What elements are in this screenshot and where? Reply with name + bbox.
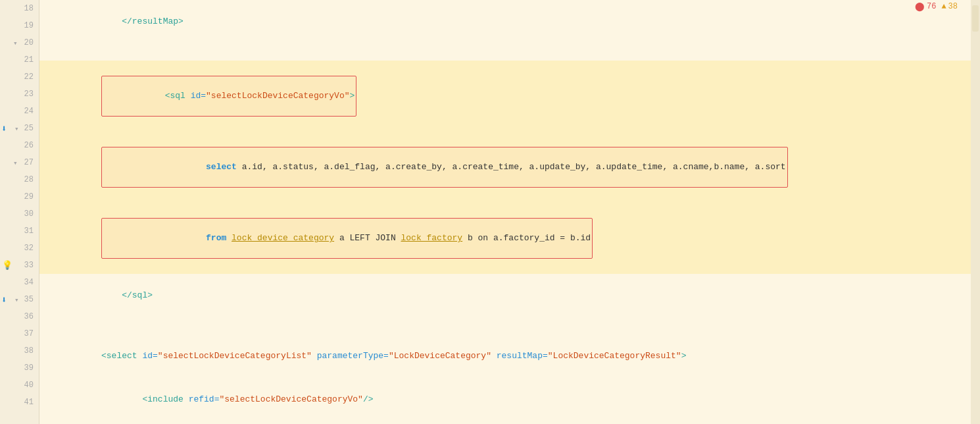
attr-resultmap: resultMap= xyxy=(497,351,548,361)
gutter-row-37: 37 xyxy=(0,325,39,342)
tag-span: </resultMap> xyxy=(101,16,184,26)
line-content-25: <select id="selectLockDeviceCategoryList… xyxy=(39,334,971,378)
line-number: 33 xyxy=(14,261,34,270)
gutter-row-22: 22 xyxy=(0,68,39,86)
sql-table1: lock_device_category xyxy=(232,233,334,243)
warning-count: 38 xyxy=(948,2,958,11)
code-line-27: <where> xyxy=(39,421,971,424)
bulb-icon-33: 💡 xyxy=(2,260,12,271)
fold-icon-27[interactable]: ▾ xyxy=(13,159,18,167)
error-icon: ⬤ xyxy=(915,1,925,12)
gutter-row-25: ⬇ ▾ 25 xyxy=(0,120,39,137)
line-number: 41 xyxy=(14,398,34,407)
tag-include-26: <include xyxy=(101,394,189,404)
tag-sql-close: </sql> xyxy=(101,290,153,300)
gutter-row-38: 38 xyxy=(0,342,39,359)
gutter-row-29: 29 xyxy=(0,188,39,205)
sql-select: select xyxy=(165,162,242,172)
line-content-20: <sql id="selectLockDeviceCategoryVo"> xyxy=(39,61,971,132)
line-number: 28 xyxy=(14,175,34,184)
line-content-27: <where> xyxy=(39,421,971,424)
gutter-row-27: ▾ 27 xyxy=(0,154,39,171)
gutter-row-32: 32 xyxy=(0,240,39,257)
line-content-21: select a.id, a.status, a.del_flag, a.cre… xyxy=(39,132,971,203)
attr-paramtype: parameterType= xyxy=(317,351,389,361)
tag-space xyxy=(312,351,317,361)
attr-id-25: id= xyxy=(142,351,157,361)
sql-from: from xyxy=(165,233,232,243)
gutter-row-39: 39 xyxy=(0,359,39,377)
fold-icon-25[interactable]: ▾ xyxy=(14,124,19,133)
warning-icon: ▲ xyxy=(941,2,946,11)
status-badges: ⬤ 76 ▲ 38 xyxy=(915,0,958,13)
tag-select-open: <select xyxy=(101,351,142,361)
attr-refid-26: refid= xyxy=(189,394,220,404)
attr-val-refid-26: "selectLockDeviceCategoryVo" xyxy=(219,394,362,404)
error-badge: ⬤ 76 xyxy=(915,1,936,12)
line-number: 38 xyxy=(14,346,34,356)
code-line-25: <select id="selectLockDeviceCategoryList… xyxy=(39,334,971,378)
gutter-row-33: 💡 33 xyxy=(0,257,39,274)
line-content-24 xyxy=(39,317,971,334)
code-line-19 xyxy=(39,43,971,61)
line-number: 36 xyxy=(14,312,34,321)
gutter-row-26: 26 xyxy=(0,137,39,154)
code-line-20: <sql id="selectLockDeviceCategoryVo"> xyxy=(39,61,971,132)
gutter-row-21: 21 xyxy=(0,51,39,68)
gutter-row-41: 41 xyxy=(0,394,39,411)
download-icon-25: ⬇ xyxy=(1,123,7,134)
fold-icon[interactable]: ▾ xyxy=(13,39,18,47)
sql-join: a LEFT JOIN xyxy=(334,233,401,243)
line-number: 26 xyxy=(14,141,34,150)
line-number: 24 xyxy=(14,107,34,116)
gutter-row-36: 36 xyxy=(0,308,39,325)
gutter-row-18: 18 xyxy=(0,0,39,17)
sql-on: b on a.factory_id = b.id xyxy=(462,233,591,243)
fold-icon-35[interactable]: ▾ xyxy=(14,296,19,304)
line-content-22: from lock_device_category a LEFT JOIN lo… xyxy=(39,203,971,274)
line-content-26: <include refid="selectLockDeviceCategory… xyxy=(39,378,971,421)
gutter-row-19: 19 xyxy=(0,17,39,34)
attr-val-id: "selectLockDeviceCategoryVo" xyxy=(206,91,349,101)
tag-close-bracket: > xyxy=(350,91,355,101)
gutter-row-30: 30 xyxy=(0,205,39,223)
attr-id: id= xyxy=(191,91,206,101)
line-content-19 xyxy=(39,43,971,61)
gutter-row-23: 23 xyxy=(0,86,39,103)
download-icon-35: ⬇ xyxy=(1,294,7,305)
line-number: 39 xyxy=(14,363,34,373)
line-number: 32 xyxy=(14,244,34,253)
gutter-row-28: 28 xyxy=(0,171,39,188)
warning-badge: ▲ 38 xyxy=(941,2,958,11)
sql-table2: lock_factory xyxy=(401,233,463,243)
code-content-area: ⬤ 76 ▲ 38 </resultMap> xyxy=(39,0,971,424)
code-line-23: </sql> xyxy=(39,274,971,317)
line-number: 31 xyxy=(14,226,34,236)
line-number: 19 xyxy=(14,21,34,30)
line-number: 37 xyxy=(14,329,34,338)
gutter-row-20: ▾ 20 xyxy=(0,34,39,51)
code-editor: 18 19 ▾ 20 21 22 23 24 ⬇ ▾ 25 xyxy=(0,0,980,424)
line-content-23: </sql> xyxy=(39,274,971,317)
line-number: 21 xyxy=(14,55,34,65)
line-gutter: 18 19 ▾ 20 21 22 23 24 ⬇ ▾ 25 xyxy=(0,0,39,424)
tag-gt: > xyxy=(681,351,687,361)
line-number: 18 xyxy=(14,4,34,13)
line-number: 30 xyxy=(14,209,34,219)
attr-val-paramtype: "LockDeviceCategory" xyxy=(389,351,491,361)
code-line-24 xyxy=(39,317,971,334)
line-content-18: </resultMap> xyxy=(39,0,971,43)
gutter-row-24: 24 xyxy=(0,103,39,120)
lines-container: </resultMap> <sql id="selectLockDeviceCa… xyxy=(39,0,971,424)
attr-val-id-25: "selectLockDeviceCategoryList" xyxy=(158,351,312,361)
gutter-row-40: 40 xyxy=(0,377,39,394)
line-number: 40 xyxy=(14,381,34,390)
error-count: 76 xyxy=(927,2,936,11)
code-line-26: <include refid="selectLockDeviceCategory… xyxy=(39,378,971,421)
attr-val-resultmap: "LockDeviceCategoryResult" xyxy=(548,351,681,361)
scrollbar[interactable] xyxy=(971,0,980,424)
line-number: 29 xyxy=(14,192,34,201)
sql-fields: a.id, a.status, a.del_flag, a.create_by,… xyxy=(242,162,786,172)
code-line-21: select a.id, a.status, a.del_flag, a.cre… xyxy=(39,132,971,203)
line-number: 22 xyxy=(14,72,34,82)
